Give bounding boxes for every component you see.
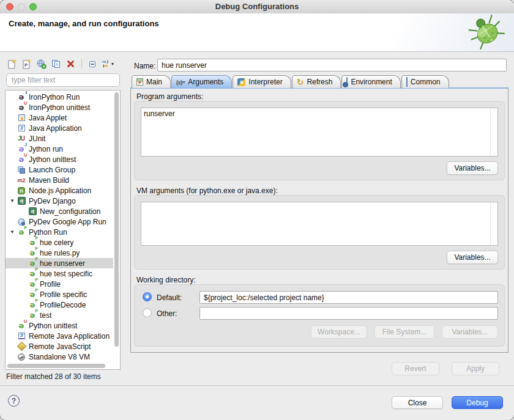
- tab-refresh[interactable]: ↻Refresh: [292, 75, 341, 88]
- new-configuration-button[interactable]: [6, 57, 18, 70]
- file-system-button[interactable]: File System...: [374, 325, 434, 339]
- tree-item-jython-run[interactable]: əJJython run: [6, 144, 113, 154]
- tree-item-test[interactable]: əPtest: [6, 310, 113, 320]
- debug-configurations-dialog: Debug Configurations Create, manage, and…: [0, 0, 514, 420]
- tree-item-ironpython-run[interactable]: əIIronPython Run: [6, 92, 113, 102]
- vm-arguments-variables-button[interactable]: Variables...: [447, 251, 498, 264]
- program-arguments-scrollbar[interactable]: [490, 108, 497, 156]
- jython-unittest-icon: əU: [17, 155, 26, 164]
- header-title: Create, manage, and run configurations: [9, 19, 159, 28]
- debug-button[interactable]: Debug: [452, 396, 503, 409]
- tab-common[interactable]: Common: [401, 75, 449, 88]
- tab-label: Main: [146, 78, 162, 86]
- filter-configurations-button[interactable]: ▾: [101, 57, 114, 70]
- tree-horizontal-scrollbar-thumb[interactable]: [7, 364, 105, 368]
- tree-item-launch-group[interactable]: Launch Group: [6, 164, 113, 175]
- close-button[interactable]: Close: [392, 396, 443, 409]
- tree-item-label: hue rules.py: [40, 249, 80, 257]
- other-directory-input[interactable]: [199, 307, 498, 320]
- svg-text:P: P: [24, 62, 28, 68]
- ironpython-run-icon: əI: [17, 92, 26, 101]
- vm-arguments-group: Variables...: [134, 195, 505, 270]
- main-tab-icon: P: [136, 78, 143, 86]
- vm-arguments-scrollbar[interactable]: [490, 202, 497, 245]
- tree-item-hue-test-specific[interactable]: əPhue test specific: [6, 268, 113, 279]
- tree-item-standalone-v8-vm[interactable]: Standalone V8 VM: [6, 352, 113, 362]
- vm-arguments-textarea[interactable]: [141, 202, 490, 245]
- workspace-button[interactable]: Workspace...: [311, 325, 367, 339]
- duplicate-icon: [51, 59, 61, 69]
- tree-item-ironpython-unittest[interactable]: əUIronPython unittest: [6, 102, 113, 112]
- python-run-icon: əP: [28, 248, 37, 257]
- program-arguments-textarea[interactable]: runserver: [141, 108, 490, 156]
- tree-item-python-run[interactable]: ▼əPPython Run: [6, 227, 113, 237]
- python-run-icon: əP: [28, 279, 37, 289]
- tree-item-remote-java-application[interactable]: JRemote Java Application: [6, 331, 113, 341]
- common-tab-icon: [406, 78, 408, 86]
- other-radio-label: Other:: [157, 309, 177, 318]
- tree-item-hue-celery[interactable]: əPhue celery: [6, 237, 113, 248]
- header-banner: Create, manage, and run configurations: [0, 13, 514, 52]
- expanded-arrow-icon[interactable]: ▼: [8, 198, 17, 204]
- tree-item-node-js-application[interactable]: nNode.js Application: [6, 185, 113, 196]
- arguments-tab-content: Program arguments: runserver Variables..…: [130, 87, 508, 353]
- tree-item-pydev-google-app-run[interactable]: PyDev Google App Run: [6, 216, 113, 227]
- tree-item-profiledecode[interactable]: əPProfileDecode: [6, 300, 113, 310]
- new-prototype-plus-icon: P: [21, 59, 32, 69]
- tree-item-label: PyDev Django: [29, 197, 76, 205]
- bug-icon: [463, 13, 509, 51]
- program-arguments-variables-button[interactable]: Variables...: [447, 161, 498, 175]
- program-arguments-group: runserver Variables...: [134, 101, 505, 180]
- tab-interpreter[interactable]: əInterpreter: [233, 75, 291, 88]
- tab-bar: PMain(x)=ArgumentsəInterpreter↻RefreshEn…: [132, 75, 450, 88]
- expanded-arrow-icon[interactable]: ▼: [8, 229, 17, 235]
- apply-button[interactable]: Apply: [452, 362, 499, 375]
- revert-button[interactable]: Revert: [392, 362, 439, 375]
- tree-item-junit[interactable]: JUJUnit: [6, 133, 113, 144]
- tree-item-profile[interactable]: əPProfile: [6, 279, 113, 289]
- java-applet-icon: [17, 113, 26, 122]
- tab-environment[interactable]: Environment: [341, 75, 400, 88]
- remote-js-icon: [17, 342, 26, 351]
- name-input[interactable]: [157, 59, 507, 72]
- tree-item-new-configuration[interactable]: djNew_configuration: [6, 206, 113, 216]
- new-prototype-button[interactable]: P: [20, 57, 33, 70]
- other-radio[interactable]: [143, 308, 152, 317]
- filter-status-text: Filter matched 28 of 30 items: [6, 372, 101, 381]
- tab-arguments[interactable]: (x)=Arguments: [171, 75, 232, 88]
- delete-configuration-button[interactable]: [64, 57, 77, 70]
- tab-label: Environment: [351, 78, 392, 86]
- duplicate-configuration-button[interactable]: [50, 57, 62, 70]
- v8-icon: [17, 352, 26, 361]
- tree-item-maven-build[interactable]: m2Maven Build: [6, 175, 113, 185]
- collapse-all-button[interactable]: [86, 57, 99, 70]
- tree-item-profile-specific[interactable]: əPProfile specific: [6, 289, 113, 300]
- filter-arrows-icon: [101, 59, 111, 69]
- default-radio-label: Default:: [157, 293, 182, 302]
- tab-label: Refresh: [307, 78, 332, 86]
- title-bar[interactable]: Debug Configurations: [0, 0, 514, 14]
- tree-item-pydev-django[interactable]: ▼djPyDev Django: [6, 196, 113, 206]
- default-directory-input[interactable]: [199, 291, 498, 304]
- export-configurations-button[interactable]: [35, 57, 48, 70]
- tree-item-java-applet[interactable]: Java Applet: [6, 112, 113, 123]
- vm-arguments-textbox: [141, 202, 498, 246]
- help-button[interactable]: ?: [8, 395, 20, 407]
- tree-item-python-unittest[interactable]: əUPython unittest: [6, 320, 113, 331]
- tree-item-remote-javascript[interactable]: Remote JavaScript: [6, 341, 113, 352]
- tree-item-jython-unittest[interactable]: əUJython unittest: [6, 154, 113, 164]
- jython-run-icon: əJ: [17, 144, 26, 153]
- window-title: Debug Configurations: [0, 0, 514, 13]
- tab-main[interactable]: PMain: [132, 75, 171, 88]
- working-directory-variables-button[interactable]: Variables...: [442, 325, 498, 339]
- filter-input[interactable]: [6, 73, 120, 87]
- tree-item-hue-rules-py[interactable]: əPhue rules.py: [6, 248, 113, 258]
- maven-icon: m2: [17, 175, 26, 185]
- toolbar-divider: [81, 59, 82, 68]
- tree-horizontal-scrollbar: [6, 363, 113, 369]
- tree-vertical-scrollbar-thumb[interactable]: [114, 92, 119, 347]
- tree-item-hue-runserver[interactable]: əPhue runserver: [6, 258, 113, 268]
- tree-item-label: Launch Group: [29, 166, 75, 174]
- tree-item-java-application[interactable]: JJava Application: [6, 123, 113, 133]
- default-radio[interactable]: [143, 292, 152, 301]
